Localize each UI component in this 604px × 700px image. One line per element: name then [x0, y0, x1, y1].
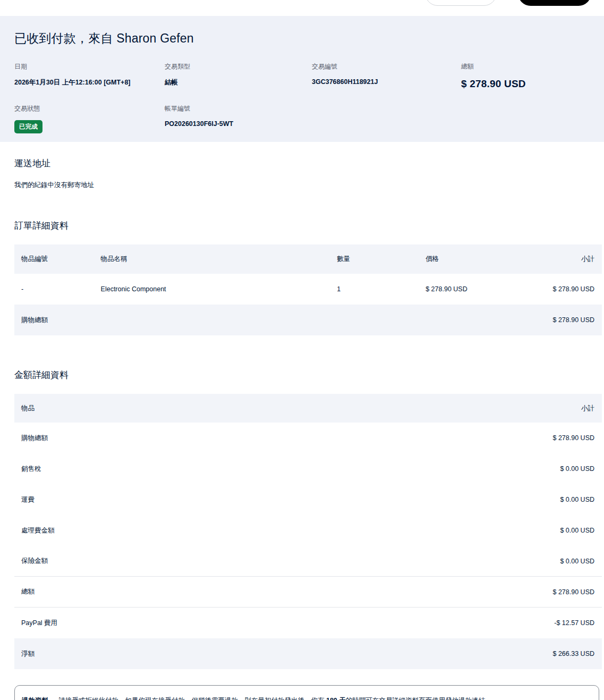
row-value: $ 0.00 USD	[560, 496, 594, 503]
item-id-cell: -	[14, 274, 101, 305]
column-subtotal: 小計	[514, 244, 602, 274]
row-label: PayPal 費用	[21, 619, 57, 628]
paypal-fee-row: PayPal 費用 -$ 12.57 USD	[14, 608, 602, 638]
invoice-id-value: PO20260130F6IJ-5WT	[165, 120, 312, 128]
refund-notice-title: 退款資料	[22, 697, 48, 700]
transaction-id-value: 3GC376860H118921J	[312, 78, 461, 86]
table-row: - Electronic Component 1 $ 278.90 USD $ …	[14, 274, 602, 305]
refund-notice-body-end: 的時間可在交易詳細資料頁面使用發放退款連結。	[346, 697, 492, 700]
row-label: 總額	[21, 587, 35, 596]
row-label: 運費	[21, 495, 35, 504]
row-value: $ 278.90 USD	[552, 434, 594, 442]
row-label: 銷售稅	[21, 465, 41, 474]
row-value: $ 266.33 USD	[552, 650, 594, 657]
amount-details-heading: 金額詳細資料	[14, 369, 602, 381]
transaction-status-field: 交易狀態 已完成	[14, 104, 165, 133]
transaction-summary-grid: 日期 2026年1月30日 上午12:16:00 [GMT+8] 交易類型 結帳…	[14, 62, 590, 133]
page-title: 已收到付款，來自 Sharon Gefen	[14, 30, 590, 47]
purchase-total-row: 購物總額 $ 278.90 USD	[14, 423, 602, 453]
total-amount-label: 總額	[461, 62, 590, 71]
purchase-total-row: 購物總額 $ 278.90 USD	[14, 305, 602, 335]
column-quantity: 數量	[337, 244, 426, 274]
row-label: 購物總額	[21, 434, 48, 443]
date-field: 日期 2026年1月30日 上午12:16:00 [GMT+8]	[14, 62, 165, 90]
row-value: $ 0.00 USD	[560, 465, 594, 473]
transaction-summary-panel: 已收到付款，來自 Sharon Gefen 日期 2026年1月30日 上午12…	[0, 16, 604, 142]
row-value: $ 278.90 USD	[552, 588, 594, 596]
row-value: $ 0.00 USD	[560, 527, 594, 534]
amount-details-table: 物品 小計 購物總額 $ 278.90 USD 銷售稅 $ 0.00 USD 運…	[14, 394, 602, 669]
refund-info-notice: 退款資料 — 請接受或拒絕此付款。如果你現在接受付款，但稍後需要退款，則在最初付…	[14, 685, 599, 700]
transaction-type-value: 結帳	[165, 78, 312, 87]
row-value: -$ 12.57 USD	[554, 619, 594, 627]
shipping-address-heading: 運送地址	[14, 157, 602, 170]
item-quantity-cell: 1	[337, 274, 426, 305]
secondary-action-button[interactable]	[425, 0, 497, 6]
date-label: 日期	[14, 62, 165, 71]
order-table-header-row: 物品編號 物品名稱 數量 價格 小計	[14, 244, 602, 274]
order-details-table: 物品編號 物品名稱 數量 價格 小計 - Electronic Componen…	[14, 244, 602, 335]
transaction-id-field: 交易編號 3GC376860H118921J	[312, 62, 461, 90]
status-badge: 已完成	[14, 120, 42, 133]
primary-action-button[interactable]	[518, 0, 591, 6]
purchase-total-value: $ 278.90 USD	[514, 305, 602, 335]
handling-fee-row: 處理費金額 $ 0.00 USD	[14, 515, 602, 546]
transaction-type-label: 交易類型	[165, 62, 312, 71]
column-item: 物品	[21, 404, 35, 413]
shipping-fee-row: 運費 $ 0.00 USD	[14, 484, 602, 515]
sales-tax-row: 銷售稅 $ 0.00 USD	[14, 453, 602, 484]
net-amount-row: 淨額 $ 266.33 USD	[14, 638, 602, 669]
item-name-cell: Electronic Component	[101, 274, 337, 305]
column-price: 價格	[426, 244, 514, 274]
total-amount-field: 總額 $ 278.90 USD	[461, 62, 590, 90]
refund-notice-body-start: 請接受或拒絕此付款。如果你現在接受付款，但稍後需要退款，則在最初付款發出後，你有	[58, 697, 326, 700]
purchase-total-label: 購物總額	[14, 305, 514, 335]
column-item-name: 物品名稱	[101, 244, 337, 274]
row-label: 處理費金額	[21, 526, 55, 535]
total-row: 總額 $ 278.90 USD	[14, 577, 602, 608]
item-price-cell: $ 278.90 USD	[426, 274, 514, 305]
row-value: $ 0.00 USD	[560, 558, 594, 565]
transaction-status-label: 交易狀態	[14, 104, 165, 113]
item-subtotal-cell: $ 278.90 USD	[514, 274, 602, 305]
invoice-id-label: 帳單編號	[165, 104, 312, 113]
refund-notice-highlight: 180 天	[326, 697, 346, 700]
top-action-bar	[0, 0, 604, 16]
total-amount-value: $ 278.90 USD	[461, 78, 590, 90]
shipping-address-note: 我們的紀錄中沒有郵寄地址	[14, 181, 602, 190]
column-item-id: 物品編號	[14, 244, 101, 274]
row-label: 淨額	[21, 650, 35, 659]
row-label: 保險金額	[21, 556, 48, 566]
transaction-type-field: 交易類型 結帳	[165, 62, 312, 90]
transaction-id-label: 交易編號	[312, 62, 461, 71]
insurance-amount-row: 保險金額 $ 0.00 USD	[14, 546, 602, 577]
column-subtotal: 小計	[581, 404, 594, 413]
date-value: 2026年1月30日 上午12:16:00 [GMT+8]	[14, 78, 165, 87]
main-content: 運送地址 我們的紀錄中沒有郵寄地址 訂單詳細資料 物品編號 物品名稱 數量 價格…	[14, 157, 602, 700]
amount-table-header-row: 物品 小計	[14, 394, 602, 423]
refund-notice-separator: —	[48, 697, 58, 700]
invoice-id-field: 帳單編號 PO20260130F6IJ-5WT	[165, 104, 312, 133]
order-details-heading: 訂單詳細資料	[14, 220, 602, 232]
